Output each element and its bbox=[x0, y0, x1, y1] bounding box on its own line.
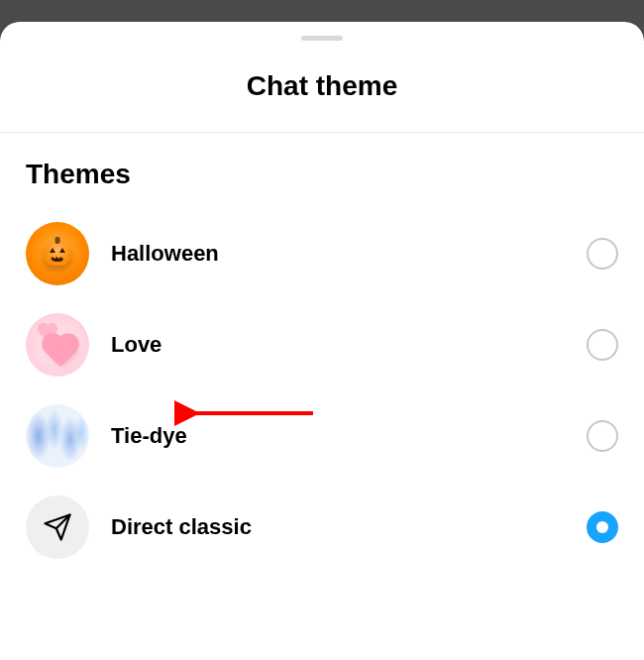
theme-option-direct-classic[interactable]: Direct classic bbox=[18, 482, 626, 573]
paper-plane-icon bbox=[26, 495, 89, 559]
love-icon bbox=[26, 313, 89, 377]
theme-label: Tie-dye bbox=[111, 423, 565, 449]
theme-label: Halloween bbox=[111, 241, 565, 267]
drag-handle[interactable] bbox=[301, 36, 343, 41]
bottom-sheet: Chat theme Themes Halloween Love Tie-dye bbox=[0, 22, 644, 660]
theme-list: Halloween Love Tie-dye Direct class bbox=[0, 208, 644, 573]
theme-label: Love bbox=[111, 332, 565, 358]
sheet-header: Chat theme bbox=[0, 27, 644, 133]
theme-option-love[interactable]: Love bbox=[18, 299, 626, 390]
sheet-title: Chat theme bbox=[0, 70, 644, 102]
radio-button[interactable] bbox=[587, 420, 618, 452]
tiedye-icon bbox=[26, 404, 89, 468]
theme-option-tiedye[interactable]: Tie-dye bbox=[18, 390, 626, 482]
theme-option-halloween[interactable]: Halloween bbox=[18, 208, 626, 299]
radio-button[interactable] bbox=[587, 238, 618, 270]
radio-button[interactable] bbox=[587, 511, 618, 543]
halloween-icon bbox=[26, 222, 89, 285]
section-heading-themes: Themes bbox=[0, 133, 644, 208]
radio-button[interactable] bbox=[587, 329, 618, 361]
theme-label: Direct classic bbox=[111, 514, 565, 540]
